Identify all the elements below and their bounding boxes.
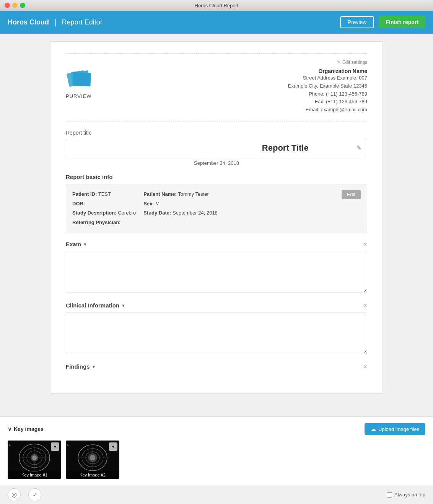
- clinical-textarea[interactable]: [66, 312, 367, 354]
- navbar-actions: Preview Finish report: [340, 16, 425, 28]
- findings-arrow: ▼: [92, 364, 96, 369]
- brand-name: Horos Cloud: [8, 18, 49, 26]
- window-title: Horos Cloud Report: [195, 3, 239, 8]
- clinical-close-button[interactable]: ×: [363, 302, 367, 309]
- key-image-2-label: Key Image #2: [66, 471, 119, 479]
- key-images-title-text: Key images: [14, 426, 44, 432]
- key-image-card-2[interactable]: L R ▾ Key Image #2: [66, 441, 119, 479]
- editor-label: Report Editor: [62, 18, 103, 26]
- exam-section-header: Exam ▼ ×: [66, 241, 367, 248]
- compass-icon: ◎: [11, 491, 17, 498]
- exam-section: Exam ▼ ×: [66, 241, 367, 294]
- org-name: Organization Name: [288, 68, 367, 74]
- patient-name-row: Patient Name: Tommy Tester: [143, 190, 341, 199]
- clinical-title-text: Clinical Information: [66, 302, 119, 309]
- check-button[interactable]: ✓: [28, 488, 41, 501]
- org-logo-area: PURVIEW: [66, 68, 96, 99]
- report-title-edit-button[interactable]: ✎: [356, 144, 361, 151]
- upload-image-files-button[interactable]: ☁ Upload image files: [365, 423, 425, 435]
- study-date-label: Study Date:: [143, 210, 171, 216]
- brand-divider: |: [54, 18, 57, 27]
- clinical-arrow: ▼: [121, 303, 125, 308]
- org-email: Email: example@email.com: [288, 106, 367, 114]
- finish-report-button[interactable]: Finish report: [379, 16, 425, 28]
- study-desc-label: Study Description:: [72, 210, 117, 216]
- exam-textarea[interactable]: [66, 251, 367, 293]
- sex-value: M: [155, 201, 160, 206]
- clinical-section-header: Clinical Information ▼ ×: [66, 302, 367, 309]
- exam-arrow: ▼: [83, 242, 87, 247]
- minimize-button[interactable]: [12, 3, 18, 8]
- patient-name-value: Tommy Tester: [178, 191, 209, 197]
- report-container: Edit settings PURVIEW Organization Name: [50, 41, 383, 393]
- exam-close-button[interactable]: ×: [363, 241, 367, 248]
- patient-info-left: Patient ID: TEST DOB: Study Description:…: [72, 190, 136, 228]
- referring-label: Referring Physician:: [72, 219, 120, 225]
- study-date-row: Study Date: September 24, 2018: [143, 208, 341, 218]
- patient-info-edit-button[interactable]: Edit: [342, 190, 361, 199]
- svg-text:L: L: [67, 443, 69, 447]
- brand: Horos Cloud | Report Editor: [8, 18, 103, 27]
- findings-section-header: Findings ▼ ×: [66, 363, 367, 370]
- referring-row: Referring Physician:: [72, 218, 136, 228]
- always-on-top-label: Always on top: [394, 492, 425, 497]
- basic-info-title: Report basic info: [66, 174, 367, 180]
- main-content: Edit settings PURVIEW Organization Name: [0, 34, 433, 416]
- findings-section: Findings ▼ ×: [66, 363, 367, 370]
- svg-text:L: L: [9, 443, 11, 447]
- bottom-bar-right: Always on top: [387, 492, 425, 497]
- findings-close-button[interactable]: ×: [363, 363, 367, 370]
- org-phone: Phone: (+11) 123-456-789: [288, 90, 367, 98]
- dob-row: DOB:: [72, 199, 136, 209]
- upload-button-label: Upload image files: [378, 426, 419, 432]
- window-controls: [5, 3, 25, 8]
- report-basic-info-section: Report basic info Patient ID: TEST DOB: …: [66, 174, 367, 233]
- org-fax: Fax: (+11) 123-456-789: [288, 98, 367, 106]
- titlebar: Horos Cloud Report: [0, 0, 433, 11]
- check-icon: ✓: [33, 491, 37, 498]
- clinical-section: Clinical Information ▼ ×: [66, 302, 367, 356]
- bottom-bar-left: ◎ ✓: [8, 488, 41, 501]
- patient-id-label: Patient ID:: [72, 191, 97, 197]
- always-on-top-checkbox[interactable]: [387, 492, 392, 497]
- key-images-chevron: ∨: [8, 426, 11, 432]
- patient-id-value: TEST: [98, 191, 111, 197]
- bottom-bar: ◎ ✓ Always on top: [0, 485, 433, 504]
- purview-logo: [66, 68, 96, 91]
- patient-info-box: Patient ID: TEST DOB: Study Description:…: [66, 184, 367, 233]
- org-header: Edit settings PURVIEW Organization Name: [66, 53, 367, 122]
- study-desc-value: Cerebro: [118, 210, 136, 216]
- preview-button[interactable]: Preview: [340, 16, 374, 28]
- close-button[interactable]: [5, 3, 10, 8]
- report-title-label: Report title: [66, 130, 367, 136]
- key-images-title: ∨ Key images: [8, 426, 44, 432]
- clinical-section-title[interactable]: Clinical Information ▼: [66, 302, 125, 309]
- exam-section-title[interactable]: Exam ▼: [66, 241, 87, 247]
- compass-button[interactable]: ◎: [8, 488, 21, 501]
- svg-rect-2: [73, 72, 91, 86]
- key-images-list: L R ▾ Key Image #1 L R ▾ Key Image #2: [8, 441, 425, 479]
- sex-row: Sex: M: [143, 199, 341, 209]
- report-title-section: Report title Report Title ✎ September 24…: [66, 130, 367, 166]
- key-image-1-dropdown[interactable]: ▾: [51, 442, 59, 451]
- dob-label: DOB:: [72, 201, 85, 206]
- org-address2: Example City, Example State 12345: [288, 82, 367, 90]
- report-date: September 24, 2018: [66, 160, 367, 166]
- patient-id-row: Patient ID: TEST: [72, 190, 136, 199]
- org-address1: Street Address Example, 007: [288, 74, 367, 82]
- findings-section-title[interactable]: Findings ▼: [66, 363, 96, 370]
- exam-title-text: Exam: [66, 241, 81, 247]
- study-date-value: September 24, 2018: [173, 210, 218, 216]
- patient-info-right: Patient Name: Tommy Tester Sex: M Study …: [136, 190, 341, 218]
- findings-title-text: Findings: [66, 363, 90, 370]
- edit-settings-link[interactable]: Edit settings: [66, 60, 367, 65]
- report-title-wrapper: Report Title ✎: [66, 139, 367, 157]
- org-logo-name: PURVIEW: [66, 93, 91, 99]
- study-desc-row: Study Description: Cerebro: [72, 208, 136, 218]
- org-info: Organization Name Street Address Example…: [288, 68, 367, 114]
- upload-cloud-icon: ☁: [371, 426, 376, 432]
- patient-name-label: Patient Name:: [143, 191, 177, 197]
- maximize-button[interactable]: [20, 3, 25, 8]
- key-image-card-1[interactable]: L R ▾ Key Image #1: [8, 441, 61, 479]
- key-image-2-dropdown[interactable]: ▾: [109, 442, 117, 451]
